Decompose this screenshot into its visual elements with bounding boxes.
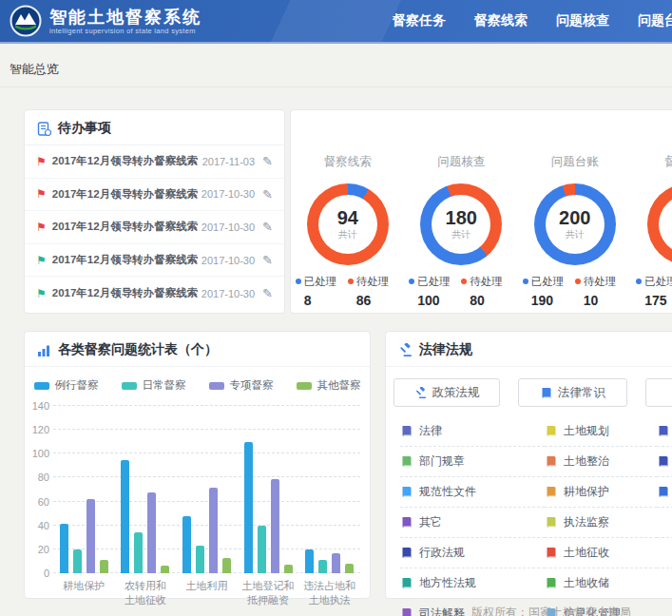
law-link-label: 耕地保护 [564, 484, 609, 500]
todo-row[interactable]: ⚑2017年12月领导转办督察线索2017-11-03✎ [25, 145, 284, 179]
todo-panel: 待办事项 ⚑2017年12月领导转办督察线索2017-11-03✎⚑2017年1… [24, 109, 285, 314]
laws-panel-title: 法律法规 [419, 341, 472, 358]
law-link-label: 土地收储 [564, 575, 609, 591]
law-link[interactable]: 土地整治 [545, 447, 657, 477]
donut-legend-item: 待处理 [461, 275, 513, 289]
donut-total-label: 共计 [451, 228, 470, 241]
policy-gavel-icon [414, 387, 427, 399]
nav-item-3[interactable]: 问题台账 [638, 12, 672, 29]
law-link-label: 土地征收 [564, 545, 609, 561]
bar [284, 565, 293, 573]
law-link[interactable] [657, 416, 672, 447]
law-link[interactable]: 行政法规 [400, 538, 545, 568]
laws-panel: 法律法规 政策法规法律常识 法律土地规划部门规章土地整治规范性文件耕地保护其它执… [385, 331, 672, 599]
law-link[interactable] [657, 477, 672, 508]
law-book-icon [400, 425, 413, 437]
donut-values: 175 [636, 293, 672, 308]
law-book-icon [545, 455, 557, 468]
law-book-icon [400, 486, 413, 498]
law-link[interactable]: 规范性文件 [400, 477, 545, 508]
bar-legend-item[interactable]: 专项督察 [209, 378, 274, 393]
brand: 智能土地督察系统 intelligent supervision of stat… [0, 5, 202, 37]
donut-legend: 已处理待处理 [523, 275, 627, 289]
donut-total-label: 共计 [566, 228, 585, 241]
donut-center: 180共计 [420, 183, 502, 265]
donut-total-label: 共计 [338, 228, 357, 241]
law-link[interactable]: 部门规章 [400, 447, 545, 477]
bar [332, 553, 340, 573]
bar [222, 558, 231, 573]
nav-item-1[interactable]: 督察线索 [474, 12, 528, 29]
law-link[interactable]: 土地规划 [545, 416, 657, 447]
bar [258, 526, 266, 573]
donut-title: 问题台账 [551, 154, 599, 170]
law-button-0[interactable]: 政策法规 [394, 378, 500, 407]
law-link[interactable]: 其它 [400, 508, 545, 538]
law-link[interactable]: 地方性法规 [400, 568, 545, 599]
law-link[interactable]: 执法监察 [545, 508, 657, 538]
bar [196, 546, 204, 573]
legend-dot-icon [636, 279, 642, 284]
donut-values: 886 [296, 293, 400, 308]
bar [86, 499, 95, 573]
nav-item-2[interactable]: 问题核查 [556, 12, 609, 29]
logo-emblem-icon [10, 5, 42, 37]
donut-series-value: 8 [296, 293, 348, 308]
edit-pencil-icon[interactable]: ✎ [262, 253, 273, 267]
stats-panel: 督察线索94共计已处理待处理886问题核查180共计已处理待处理10080问题台… [290, 109, 672, 314]
law-link-label: 规范性文件 [419, 484, 476, 500]
law-link-label: 地方性法规 [419, 575, 476, 591]
y-axis-label: 80 [27, 472, 49, 483]
donut-row: 督察线索94共计已处理待处理886问题核查180共计已处理待处理10080问题台… [291, 110, 672, 308]
bar-chart-categories: 耕地保护农转用和 土地征收土地利用土地登记和 抵押融资违法占地和 土地执法 [53, 579, 360, 607]
todo-item-text: 2017年12月领导转办督察线索 [52, 286, 198, 300]
donut-title: 问题核查 [437, 154, 485, 170]
law-book-icon [400, 577, 413, 589]
todo-row[interactable]: ⚑2017年12月领导转办督察线索2017-10-30✎ [25, 277, 284, 310]
law-book-icon [657, 486, 669, 498]
bar-legend-item[interactable]: 其他督察 [297, 378, 361, 393]
donut-series-value: 86 [348, 293, 400, 308]
bar [271, 479, 279, 573]
edit-pencil-icon[interactable]: ✎ [262, 154, 273, 168]
x-axis-label: 耕地保护 [53, 579, 115, 607]
law-button-1[interactable]: 法律常识 [518, 378, 627, 407]
law-book-icon [545, 425, 557, 437]
todo-row[interactable]: ⚑2017年12月领导转办督察线索2017-10-30✎ [25, 244, 284, 278]
law-link-label: 部门规章 [419, 453, 465, 470]
todo-row[interactable]: ⚑2017年12月领导转办督察线索2017-10-30✎ [25, 211, 284, 244]
donut-title: 督察线索 [324, 154, 372, 170]
todo-item-date: 2017-11-03 [202, 156, 255, 167]
edit-pencil-icon[interactable]: ✎ [262, 286, 273, 300]
bar-legend-item[interactable]: 日常督察 [122, 378, 186, 393]
donut-total-value: 200 [559, 207, 590, 228]
legend-swatch-icon [209, 382, 224, 390]
donut-stat-2: 问题台账200共计已处理待处理19010 [518, 110, 632, 308]
nav-item-0[interactable]: 督察任务 [393, 12, 446, 29]
x-axis-label: 土地登记和 抵押融资 [238, 579, 299, 607]
law-cell-empty [657, 568, 672, 599]
law-link[interactable]: 土地征收 [545, 538, 657, 568]
y-axis-label: 100 [27, 448, 49, 459]
law-link[interactable]: 法律 [400, 416, 545, 447]
donut-ring: 180共计 [420, 183, 502, 265]
edit-pencil-icon[interactable]: ✎ [262, 187, 273, 202]
law-book-icon [400, 547, 413, 559]
flag-icon: ⚑ [36, 255, 47, 266]
bar-legend-item[interactable]: 例行督察 [34, 378, 99, 393]
edit-pencil-icon[interactable]: ✎ [262, 220, 273, 234]
law-button-2[interactable] [645, 378, 672, 407]
bar-chart-panel-header: 各类督察问题统计表（个） [25, 332, 370, 367]
flag-icon: ⚑ [36, 288, 47, 299]
y-axis-label: 20 [27, 544, 49, 555]
y-axis-label: 120 [27, 424, 49, 435]
todo-item-date: 2017-10-30 [202, 188, 255, 200]
flag-icon: ⚑ [36, 188, 47, 200]
law-cell-empty [657, 508, 672, 538]
law-link[interactable]: 土地收储 [545, 568, 657, 599]
law-link[interactable] [657, 447, 672, 477]
legend-swatch-icon [297, 382, 312, 390]
todo-row[interactable]: ⚑2017年12月领导转办督察线索2017-10-30✎ [25, 179, 284, 212]
law-link[interactable]: 耕地保护 [545, 477, 657, 508]
bar [244, 442, 253, 573]
